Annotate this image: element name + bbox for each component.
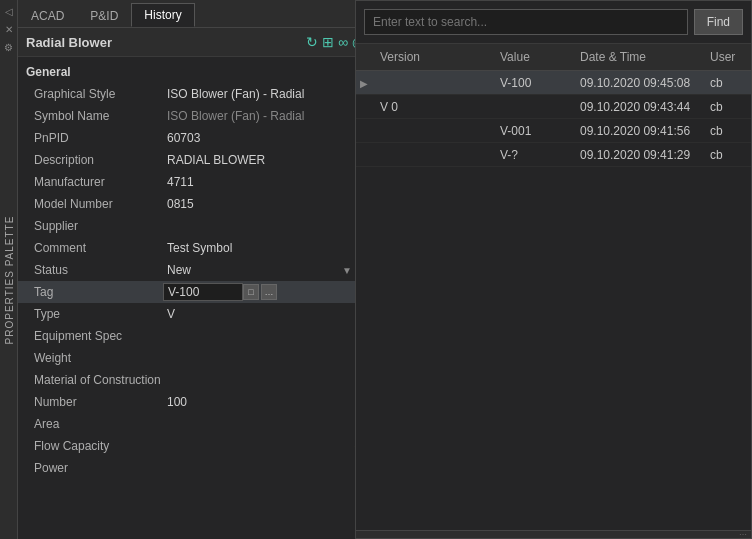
prop-label-comment: Comment [18, 241, 163, 255]
cell-version-1: V 0 [376, 98, 496, 116]
prop-label-manufacturer: Manufacturer [18, 175, 163, 189]
prop-value-type: V [163, 307, 372, 321]
component-name: Radial Blower [26, 35, 300, 50]
general-section-header: General [18, 61, 372, 83]
prop-label-status: Status [18, 263, 163, 277]
prop-value-model-number: 0815 [163, 197, 356, 211]
history-table: Version Value Date & Time User ▶ V-100 0… [356, 44, 751, 530]
prop-value-graphical-style: ISO Blower (Fan) - Radial [163, 87, 358, 101]
prop-label-type: Type [18, 307, 163, 321]
grid-icon[interactable]: ⊞ [322, 34, 334, 50]
link-icon[interactable]: ∞ [338, 34, 348, 50]
table-row[interactable]: ▶ V-100 09.10.2020 09:45:08 cb [356, 71, 751, 95]
prop-label-power: Power [18, 461, 163, 475]
prop-row-material-construction: Material of Construction [18, 369, 372, 391]
properties-palette-label: PROPERTIES PALETTE [4, 216, 15, 345]
prop-label-description: Description [18, 153, 163, 167]
cell-value-2: V-001 [496, 122, 576, 140]
prop-value-comment: Test Symbol [163, 241, 356, 255]
prop-label-pnpid: PnPID [18, 131, 163, 145]
prop-row-supplier: Supplier [18, 215, 372, 237]
tab-bar: ACAD P&ID History [18, 0, 372, 28]
search-bar: Find [356, 1, 751, 44]
cell-value-3: V-? [496, 146, 576, 164]
cell-value-1 [496, 105, 576, 109]
tag-dots-btn[interactable]: … [261, 284, 277, 300]
cell-value-0: V-100 [496, 74, 576, 92]
table-row[interactable]: V-001 09.10.2020 09:41:56 cb [356, 119, 751, 143]
prop-row-flow-capacity: Flow Capacity ⚡ [18, 435, 372, 457]
prop-label-symbol-name: Symbol Name [18, 109, 163, 123]
find-button[interactable]: Find [694, 9, 743, 35]
history-panel: Find Version Value Date & Time User ▶ V-… [355, 0, 752, 539]
tab-acad[interactable]: ACAD [18, 3, 77, 27]
cell-datetime-0: 09.10.2020 09:45:08 [576, 74, 706, 92]
cell-user-3: cb [706, 146, 751, 164]
prop-value-manufacturer: 4711 [163, 175, 372, 189]
prop-row-equipment-spec: Equipment Spec [18, 325, 372, 347]
col-header-user: User [706, 48, 751, 66]
dropdown-arrow-status[interactable]: ▼ [342, 265, 356, 276]
expand-arrow-0[interactable]: ▶ [360, 78, 368, 89]
prop-row-type: Type V [18, 303, 372, 325]
cell-version-0 [376, 81, 496, 85]
prop-row-model-number: Model Number 0815 ⏱ [18, 193, 372, 215]
prop-row-status: Status New ▼ ⏱ [18, 259, 372, 281]
cell-datetime-1: 09.10.2020 09:43:44 [576, 98, 706, 116]
prop-row-description: Description RADIAL BLOWER [18, 149, 372, 171]
prop-label-material-construction: Material of Construction [18, 373, 163, 387]
prop-value-symbol-name: ISO Blower (Fan) - Radial [163, 109, 372, 123]
prop-label-graphical-style: Graphical Style [18, 87, 163, 101]
sidebar-icon-3[interactable]: ⚙ [2, 40, 16, 54]
table-row[interactable]: V 0 09.10.2020 09:43:44 cb [356, 95, 751, 119]
cell-user-1: cb [706, 98, 751, 116]
col-header-value: Value [496, 48, 576, 66]
sidebar-icon-1[interactable]: ◁ [2, 4, 16, 18]
resize-dots-icon: ⋯ [739, 530, 747, 539]
prop-row-number: Number 100 ⏱ [18, 391, 372, 413]
tag-buttons: □ … [243, 284, 277, 300]
properties-panel: ACAD P&ID History Radial Blower ↻ ⊞ ∞ ◉ … [18, 0, 372, 539]
resize-handle[interactable]: ⋯ [356, 530, 751, 538]
prop-row-pnpid: PnPID 60703 [18, 127, 372, 149]
prop-label-supplier: Supplier [18, 219, 163, 233]
prop-row-symbol-name: Symbol Name ISO Blower (Fan) - Radial [18, 105, 372, 127]
prop-row-power: Power [18, 457, 372, 479]
cell-version-2 [376, 129, 496, 133]
prop-value-number: 100 [163, 395, 356, 409]
cell-datetime-2: 09.10.2020 09:41:56 [576, 122, 706, 140]
search-input[interactable] [364, 9, 688, 35]
prop-value-description: RADIAL BLOWER [163, 153, 372, 167]
prop-label-model-number: Model Number [18, 197, 163, 211]
cell-version-3 [376, 153, 496, 157]
col-header-version: Version [376, 48, 496, 66]
cell-user-0: cb [706, 74, 751, 92]
refresh-icon[interactable]: ↻ [306, 34, 318, 50]
prop-label-flow-capacity: Flow Capacity [18, 439, 163, 453]
prop-row-graphical-style: Graphical Style ISO Blower (Fan) - Radia… [18, 83, 372, 105]
prop-row-manufacturer: Manufacturer 4711 [18, 171, 372, 193]
component-header: Radial Blower ↻ ⊞ ∞ ◉ [18, 28, 372, 57]
prop-label-tag: Tag [18, 285, 163, 299]
prop-row-comment: Comment Test Symbol ⏱ [18, 237, 372, 259]
prop-label-weight: Weight [18, 351, 163, 365]
prop-value-pnpid: 60703 [163, 131, 372, 145]
tag-square-btn[interactable]: □ [243, 284, 259, 300]
prop-value-status: New [163, 263, 342, 277]
prop-label-number: Number [18, 395, 163, 409]
tab-pandid[interactable]: P&ID [77, 3, 131, 27]
prop-row-weight: Weight [18, 347, 372, 369]
col-header-datetime: Date & Time [576, 48, 706, 66]
prop-row-tag: Tag □ … [18, 281, 372, 303]
properties-list: General Graphical Style ISO Blower (Fan)… [18, 57, 372, 539]
cell-user-2: cb [706, 122, 751, 140]
sidebar-icon-2[interactable]: ✕ [2, 22, 16, 36]
prop-label-equipment-spec: Equipment Spec [18, 329, 163, 343]
cell-datetime-3: 09.10.2020 09:41:29 [576, 146, 706, 164]
tab-history[interactable]: History [131, 3, 194, 27]
prop-row-area: Area [18, 413, 372, 435]
table-row[interactable]: V-? 09.10.2020 09:41:29 cb [356, 143, 751, 167]
prop-label-area: Area [18, 417, 163, 431]
tag-input[interactable] [163, 283, 243, 301]
table-header: Version Value Date & Time User [356, 44, 751, 71]
